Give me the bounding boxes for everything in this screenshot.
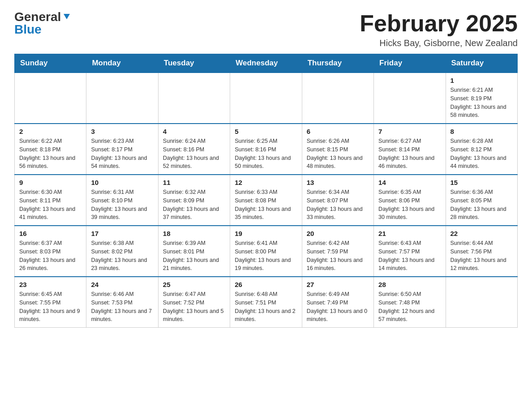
calendar-cell: 7Sunrise: 6:27 AM Sunset: 8:14 PM Daylig…: [374, 124, 446, 175]
weekday-header-saturday: Saturday: [446, 54, 517, 73]
calendar-cell: 22Sunrise: 6:44 AM Sunset: 7:56 PM Dayli…: [446, 226, 517, 277]
day-number: 25: [163, 281, 225, 288]
day-number: 22: [450, 230, 513, 237]
logo-blue-text: Blue: [14, 22, 42, 36]
day-info: Sunrise: 6:21 AM Sunset: 8:19 PM Dayligh…: [450, 86, 513, 120]
calendar-cell: 24Sunrise: 6:46 AM Sunset: 7:53 PM Dayli…: [86, 277, 158, 328]
calendar-cell: 16Sunrise: 6:37 AM Sunset: 8:03 PM Dayli…: [15, 226, 86, 277]
calendar-cell: 11Sunrise: 6:32 AM Sunset: 8:09 PM Dayli…: [158, 175, 230, 226]
day-info: Sunrise: 6:50 AM Sunset: 7:48 PM Dayligh…: [378, 290, 441, 324]
calendar-week-row: 2Sunrise: 6:22 AM Sunset: 8:18 PM Daylig…: [15, 124, 518, 175]
day-info: Sunrise: 6:33 AM Sunset: 8:08 PM Dayligh…: [235, 188, 297, 222]
day-number: 17: [91, 230, 153, 237]
calendar-cell: 3Sunrise: 6:23 AM Sunset: 8:17 PM Daylig…: [86, 124, 158, 175]
calendar-cell: 10Sunrise: 6:31 AM Sunset: 8:10 PM Dayli…: [86, 175, 158, 226]
day-info: Sunrise: 6:27 AM Sunset: 8:14 PM Dayligh…: [378, 137, 441, 171]
calendar-cell: 14Sunrise: 6:35 AM Sunset: 8:06 PM Dayli…: [374, 175, 446, 226]
day-info: Sunrise: 6:44 AM Sunset: 7:56 PM Dayligh…: [450, 239, 513, 273]
day-number: 19: [235, 230, 297, 237]
day-info: Sunrise: 6:23 AM Sunset: 8:17 PM Dayligh…: [91, 137, 153, 171]
calendar-cell: [446, 277, 517, 328]
weekday-header-monday: Monday: [86, 54, 158, 73]
calendar-cell: 20Sunrise: 6:42 AM Sunset: 7:59 PM Dayli…: [302, 226, 373, 277]
day-number: 24: [91, 281, 153, 288]
day-info: Sunrise: 6:22 AM Sunset: 8:18 PM Dayligh…: [19, 137, 82, 171]
calendar-cell: [15, 73, 86, 124]
page-header: General Blue February 2025 Hicks Bay, Gi…: [14, 11, 518, 48]
day-number: 2: [19, 128, 82, 135]
weekday-header-row: SundayMondayTuesdayWednesdayThursdayFrid…: [15, 54, 518, 73]
day-info: Sunrise: 6:36 AM Sunset: 8:05 PM Dayligh…: [450, 188, 513, 222]
calendar-cell: 2Sunrise: 6:22 AM Sunset: 8:18 PM Daylig…: [15, 124, 86, 175]
title-section: February 2025 Hicks Bay, Gisborne, New Z…: [360, 11, 518, 48]
day-info: Sunrise: 6:26 AM Sunset: 8:15 PM Dayligh…: [307, 137, 369, 171]
calendar-week-row: 1Sunrise: 6:21 AM Sunset: 8:19 PM Daylig…: [15, 73, 518, 124]
calendar-cell: 12Sunrise: 6:33 AM Sunset: 8:08 PM Dayli…: [230, 175, 302, 226]
logo: General Blue: [14, 11, 71, 36]
day-number: 3: [91, 128, 153, 135]
calendar-cell: 21Sunrise: 6:43 AM Sunset: 7:57 PM Dayli…: [374, 226, 446, 277]
day-info: Sunrise: 6:43 AM Sunset: 7:57 PM Dayligh…: [378, 239, 441, 273]
weekday-header-tuesday: Tuesday: [158, 54, 230, 73]
day-info: Sunrise: 6:38 AM Sunset: 8:02 PM Dayligh…: [91, 239, 153, 273]
calendar-cell: 25Sunrise: 6:47 AM Sunset: 7:52 PM Dayli…: [158, 277, 230, 328]
day-info: Sunrise: 6:35 AM Sunset: 8:06 PM Dayligh…: [378, 188, 441, 222]
calendar-cell: 13Sunrise: 6:34 AM Sunset: 8:07 PM Dayli…: [302, 175, 373, 226]
calendar-cell: [302, 73, 373, 124]
calendar-cell: 23Sunrise: 6:45 AM Sunset: 7:55 PM Dayli…: [15, 277, 86, 328]
day-info: Sunrise: 6:32 AM Sunset: 8:09 PM Dayligh…: [163, 188, 225, 222]
calendar-cell: 1Sunrise: 6:21 AM Sunset: 8:19 PM Daylig…: [446, 73, 517, 124]
calendar-cell: 4Sunrise: 6:24 AM Sunset: 8:16 PM Daylig…: [158, 124, 230, 175]
day-number: 20: [307, 230, 369, 237]
calendar-cell: [158, 73, 230, 124]
day-info: Sunrise: 6:45 AM Sunset: 7:55 PM Dayligh…: [19, 290, 82, 324]
calendar-cell: 5Sunrise: 6:25 AM Sunset: 8:16 PM Daylig…: [230, 124, 302, 175]
day-number: 4: [163, 128, 225, 135]
day-number: 26: [235, 281, 297, 288]
calendar-cell: 9Sunrise: 6:30 AM Sunset: 8:11 PM Daylig…: [15, 175, 86, 226]
day-number: 8: [450, 128, 513, 135]
day-number: 7: [378, 128, 441, 135]
calendar-cell: [230, 73, 302, 124]
calendar-cell: [86, 73, 158, 124]
weekday-header-thursday: Thursday: [302, 54, 373, 73]
day-number: 27: [307, 281, 369, 288]
day-info: Sunrise: 6:41 AM Sunset: 8:00 PM Dayligh…: [235, 239, 297, 273]
calendar-cell: 26Sunrise: 6:48 AM Sunset: 7:51 PM Dayli…: [230, 277, 302, 328]
day-number: 10: [91, 179, 153, 186]
calendar-cell: 8Sunrise: 6:28 AM Sunset: 8:12 PM Daylig…: [446, 124, 517, 175]
day-number: 1: [450, 77, 513, 84]
calendar-cell: 28Sunrise: 6:50 AM Sunset: 7:48 PM Dayli…: [374, 277, 446, 328]
calendar-week-row: 16Sunrise: 6:37 AM Sunset: 8:03 PM Dayli…: [15, 226, 518, 277]
calendar-cell: 6Sunrise: 6:26 AM Sunset: 8:15 PM Daylig…: [302, 124, 373, 175]
day-number: 13: [307, 179, 369, 186]
calendar-cell: 15Sunrise: 6:36 AM Sunset: 8:05 PM Dayli…: [446, 175, 517, 226]
day-info: Sunrise: 6:30 AM Sunset: 8:11 PM Dayligh…: [19, 188, 82, 222]
month-title: February 2025: [360, 11, 518, 36]
day-number: 11: [163, 179, 225, 186]
day-info: Sunrise: 6:42 AM Sunset: 7:59 PM Dayligh…: [307, 239, 369, 273]
day-number: 23: [19, 281, 82, 288]
day-info: Sunrise: 6:37 AM Sunset: 8:03 PM Dayligh…: [19, 239, 82, 273]
day-info: Sunrise: 6:28 AM Sunset: 8:12 PM Dayligh…: [450, 137, 513, 171]
calendar-week-row: 23Sunrise: 6:45 AM Sunset: 7:55 PM Dayli…: [15, 277, 518, 328]
day-info: Sunrise: 6:49 AM Sunset: 7:49 PM Dayligh…: [307, 290, 369, 324]
day-info: Sunrise: 6:31 AM Sunset: 8:10 PM Dayligh…: [91, 188, 153, 222]
day-info: Sunrise: 6:25 AM Sunset: 8:16 PM Dayligh…: [235, 137, 297, 171]
day-number: 18: [163, 230, 225, 237]
day-info: Sunrise: 6:39 AM Sunset: 8:01 PM Dayligh…: [163, 239, 225, 273]
location-text: Hicks Bay, Gisborne, New Zealand: [360, 38, 518, 48]
day-info: Sunrise: 6:24 AM Sunset: 8:16 PM Dayligh…: [163, 137, 225, 171]
day-info: Sunrise: 6:48 AM Sunset: 7:51 PM Dayligh…: [235, 290, 297, 324]
day-number: 9: [19, 179, 82, 186]
day-number: 28: [378, 281, 441, 288]
weekday-header-sunday: Sunday: [15, 54, 86, 73]
logo-general-text: General: [14, 11, 61, 23]
day-info: Sunrise: 6:34 AM Sunset: 8:07 PM Dayligh…: [307, 188, 369, 222]
calendar-cell: 17Sunrise: 6:38 AM Sunset: 8:02 PM Dayli…: [86, 226, 158, 277]
day-number: 6: [307, 128, 369, 135]
calendar-cell: 27Sunrise: 6:49 AM Sunset: 7:49 PM Dayli…: [302, 277, 373, 328]
day-number: 5: [235, 128, 297, 135]
weekday-header-wednesday: Wednesday: [230, 54, 302, 73]
calendar-cell: [374, 73, 446, 124]
